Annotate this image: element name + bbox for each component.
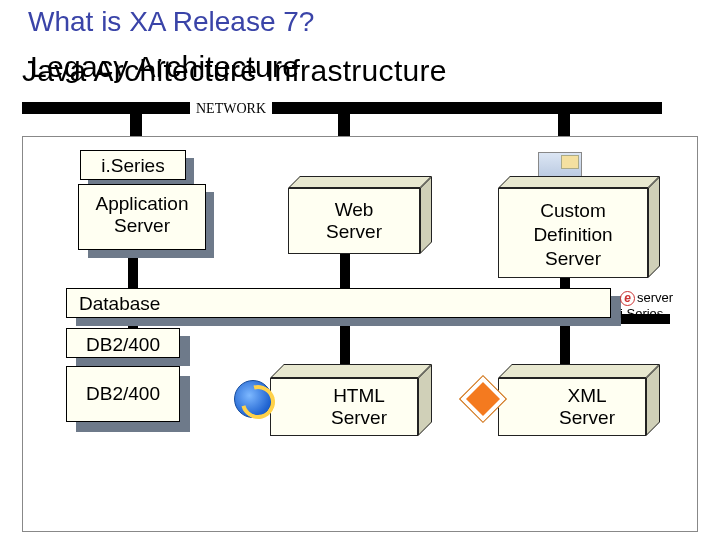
custom-definition-server-box: Custom Definition Server — [498, 188, 648, 278]
db2400-box-a: DB2/400 — [66, 328, 180, 358]
eserver-e-icon: e — [620, 291, 635, 306]
database-label: Database — [79, 293, 160, 314]
database-box: Database — [66, 288, 611, 318]
xml-server-box: XML Server — [498, 378, 646, 436]
db2400-box-b: DB2/400 — [66, 366, 180, 422]
eserver-text1: server — [637, 290, 673, 305]
box-side — [648, 176, 660, 278]
iseries-box: i.Series — [80, 150, 186, 180]
internet-explorer-icon — [234, 380, 272, 418]
html-server-box: HTML Server — [270, 378, 418, 436]
page-title: What is XA Release 7? — [28, 6, 314, 38]
subtitle-java: Java Architecture Infrastructure — [22, 54, 447, 88]
eserver-text2: i.Series — [620, 306, 663, 321]
box-top — [498, 176, 660, 188]
box-top — [270, 364, 432, 378]
application-server-box: Application Server — [78, 184, 206, 250]
box-top — [288, 176, 432, 188]
web-server-box: Web Server — [288, 188, 420, 254]
box-side — [420, 176, 432, 254]
network-label: NETWORK — [190, 100, 272, 124]
eserver-label: eserver i.Series — [620, 290, 673, 321]
box-top — [498, 364, 660, 378]
